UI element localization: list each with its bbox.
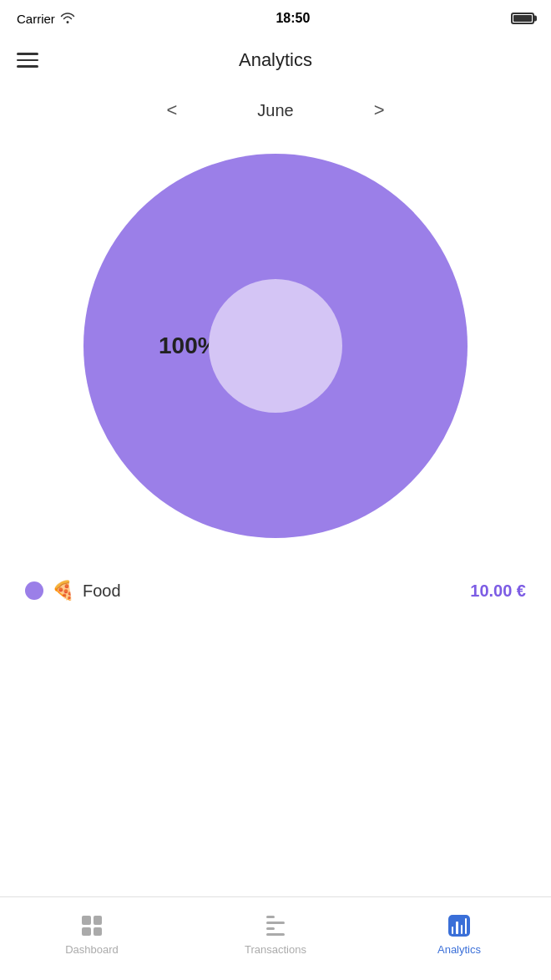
donut-chart-container: 100% — [75, 145, 476, 546]
page-title: Analytics — [239, 49, 312, 71]
legend-color-dot — [25, 581, 43, 600]
battery-icon — [511, 13, 534, 24]
chart-legend: 🍕 Food 10.00 € — [0, 563, 551, 618]
tab-dashboard[interactable]: Dashboard — [50, 913, 134, 956]
analytics-icon — [447, 913, 472, 938]
tab-bar: Dashboard Transactions Analytics — [0, 896, 551, 980]
status-time: 18:50 — [276, 11, 310, 26]
month-navigation: < June > — [0, 92, 551, 129]
donut-hole — [209, 279, 342, 413]
menu-button[interactable] — [17, 53, 38, 68]
tab-analytics[interactable]: Analytics — [417, 913, 501, 956]
next-month-button[interactable]: > — [361, 93, 398, 128]
carrier-label: Carrier — [17, 12, 55, 26]
carrier-info: Carrier — [17, 12, 75, 26]
dashboard-icon — [79, 913, 104, 938]
header: Analytics — [0, 37, 551, 84]
category-amount: 10.00 € — [470, 581, 526, 601]
transactions-icon — [263, 913, 288, 938]
tab-transactions-label: Transactions — [245, 943, 306, 956]
tab-analytics-label: Analytics — [437, 943, 481, 956]
current-month: June — [257, 101, 293, 120]
donut-chart: 100% — [83, 154, 468, 538]
category-emoji: 🍕 — [52, 580, 74, 602]
prev-month-button[interactable]: < — [153, 93, 190, 128]
wifi-icon — [60, 12, 75, 26]
tab-dashboard-label: Dashboard — [65, 943, 119, 956]
category-name: Food — [83, 581, 121, 601]
tab-transactions[interactable]: Transactions — [234, 913, 317, 956]
status-bar: Carrier 18:50 — [0, 0, 551, 37]
legend-category: 🍕 Food — [25, 580, 121, 602]
